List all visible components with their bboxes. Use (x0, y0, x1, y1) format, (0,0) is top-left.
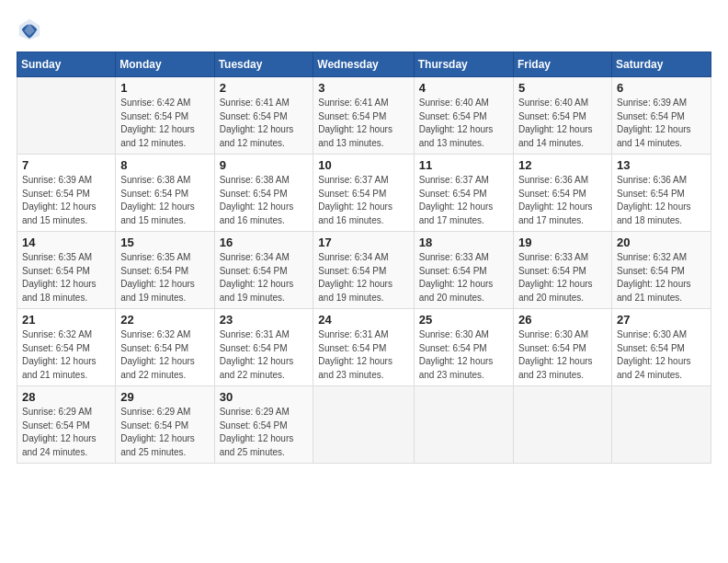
calendar-day-cell: 23Sunrise: 6:31 AM Sunset: 6:54 PM Dayli… (214, 309, 313, 386)
calendar-day-cell: 30Sunrise: 6:29 AM Sunset: 6:54 PM Dayli… (214, 386, 313, 464)
day-number: 27 (617, 313, 706, 327)
day-number: 7 (22, 158, 110, 172)
day-number: 28 (22, 390, 110, 404)
day-info: Sunrise: 6:37 AM Sunset: 6:54 PM Dayligh… (318, 174, 408, 227)
calendar-header-cell: Tuesday (214, 52, 313, 77)
day-info: Sunrise: 6:31 AM Sunset: 6:54 PM Dayligh… (220, 328, 309, 382)
calendar-day-cell (611, 386, 711, 464)
day-info: Sunrise: 6:33 AM Sunset: 6:54 PM Dayligh… (419, 251, 508, 304)
calendar-day-cell (17, 77, 116, 155)
day-info: Sunrise: 6:39 AM Sunset: 6:54 PM Dayligh… (22, 174, 110, 227)
calendar-day-cell: 27Sunrise: 6:30 AM Sunset: 6:54 PM Dayli… (611, 309, 711, 386)
day-number: 13 (617, 158, 706, 172)
calendar-day-cell: 14Sunrise: 6:35 AM Sunset: 6:54 PM Dayli… (17, 232, 116, 309)
day-number: 4 (419, 81, 508, 95)
day-number: 11 (419, 158, 508, 172)
header (17, 17, 711, 42)
day-number: 26 (518, 313, 607, 327)
page: SundayMondayTuesdayWednesdayThursdayFrid… (0, 0, 728, 480)
day-number: 18 (419, 236, 508, 249)
calendar-day-cell: 29Sunrise: 6:29 AM Sunset: 6:54 PM Dayli… (116, 386, 214, 464)
day-number: 14 (22, 236, 110, 249)
calendar-day-cell: 11Sunrise: 6:37 AM Sunset: 6:54 PM Dayli… (414, 155, 513, 232)
day-number: 19 (518, 236, 607, 249)
day-info: Sunrise: 6:38 AM Sunset: 6:54 PM Dayligh… (220, 174, 309, 227)
day-info: Sunrise: 6:40 AM Sunset: 6:54 PM Dayligh… (518, 97, 607, 150)
calendar-day-cell: 28Sunrise: 6:29 AM Sunset: 6:54 PM Dayli… (17, 386, 116, 464)
day-number: 20 (617, 236, 706, 249)
day-info: Sunrise: 6:36 AM Sunset: 6:54 PM Dayligh… (617, 174, 706, 227)
day-number: 10 (318, 158, 408, 172)
calendar-day-cell: 12Sunrise: 6:36 AM Sunset: 6:54 PM Dayli… (513, 155, 611, 232)
day-number: 8 (120, 158, 209, 172)
day-number: 2 (220, 81, 309, 95)
day-info: Sunrise: 6:30 AM Sunset: 6:54 PM Dayligh… (518, 328, 607, 382)
day-info: Sunrise: 6:35 AM Sunset: 6:54 PM Dayligh… (120, 251, 209, 304)
day-info: Sunrise: 6:31 AM Sunset: 6:54 PM Dayligh… (318, 328, 408, 382)
calendar-day-cell (513, 386, 611, 464)
calendar-header-cell: Monday (116, 52, 214, 77)
day-number: 5 (518, 81, 607, 95)
day-number: 23 (220, 313, 309, 327)
calendar-day-cell: 7Sunrise: 6:39 AM Sunset: 6:54 PM Daylig… (17, 155, 116, 232)
calendar-body: 1Sunrise: 6:42 AM Sunset: 6:54 PM Daylig… (17, 77, 711, 464)
calendar-day-cell: 17Sunrise: 6:34 AM Sunset: 6:54 PM Dayli… (313, 232, 414, 309)
calendar-week-row: 14Sunrise: 6:35 AM Sunset: 6:54 PM Dayli… (17, 232, 711, 309)
calendar-day-cell: 10Sunrise: 6:37 AM Sunset: 6:54 PM Dayli… (313, 155, 414, 232)
calendar-day-cell: 4Sunrise: 6:40 AM Sunset: 6:54 PM Daylig… (414, 77, 513, 155)
day-info: Sunrise: 6:39 AM Sunset: 6:54 PM Dayligh… (617, 97, 706, 150)
day-number: 3 (318, 81, 408, 95)
day-info: Sunrise: 6:32 AM Sunset: 6:54 PM Dayligh… (617, 251, 706, 304)
day-info: Sunrise: 6:36 AM Sunset: 6:54 PM Dayligh… (518, 174, 607, 227)
day-info: Sunrise: 6:30 AM Sunset: 6:54 PM Dayligh… (419, 328, 508, 382)
day-number: 17 (318, 236, 408, 249)
day-info: Sunrise: 6:35 AM Sunset: 6:54 PM Dayligh… (22, 251, 110, 304)
calendar-week-row: 28Sunrise: 6:29 AM Sunset: 6:54 PM Dayli… (17, 386, 711, 464)
calendar-header-cell: Sunday (17, 52, 116, 77)
calendar-header-cell: Friday (513, 52, 611, 77)
day-number: 30 (220, 390, 309, 404)
calendar-day-cell: 16Sunrise: 6:34 AM Sunset: 6:54 PM Dayli… (214, 232, 313, 309)
day-info: Sunrise: 6:33 AM Sunset: 6:54 PM Dayligh… (518, 251, 607, 304)
day-number: 22 (120, 313, 209, 327)
logo-area (17, 17, 46, 42)
day-info: Sunrise: 6:29 AM Sunset: 6:54 PM Dayligh… (22, 406, 110, 459)
calendar-day-cell (313, 386, 414, 464)
day-info: Sunrise: 6:41 AM Sunset: 6:54 PM Dayligh… (220, 97, 309, 150)
calendar-week-row: 1Sunrise: 6:42 AM Sunset: 6:54 PM Daylig… (17, 77, 711, 155)
calendar-day-cell: 8Sunrise: 6:38 AM Sunset: 6:54 PM Daylig… (116, 155, 214, 232)
calendar-day-cell: 5Sunrise: 6:40 AM Sunset: 6:54 PM Daylig… (513, 77, 611, 155)
calendar-day-cell: 18Sunrise: 6:33 AM Sunset: 6:54 PM Dayli… (414, 232, 513, 309)
calendar-day-cell: 24Sunrise: 6:31 AM Sunset: 6:54 PM Dayli… (313, 309, 414, 386)
calendar-header-cell: Thursday (414, 52, 513, 77)
day-number: 29 (120, 390, 209, 404)
calendar-week-row: 7Sunrise: 6:39 AM Sunset: 6:54 PM Daylig… (17, 155, 711, 232)
day-info: Sunrise: 6:41 AM Sunset: 6:54 PM Dayligh… (318, 97, 408, 150)
day-number: 9 (220, 158, 309, 172)
day-info: Sunrise: 6:34 AM Sunset: 6:54 PM Dayligh… (318, 251, 408, 304)
calendar-day-cell: 15Sunrise: 6:35 AM Sunset: 6:54 PM Dayli… (116, 232, 214, 309)
day-info: Sunrise: 6:30 AM Sunset: 6:54 PM Dayligh… (617, 328, 706, 382)
day-info: Sunrise: 6:29 AM Sunset: 6:54 PM Dayligh… (120, 406, 209, 459)
day-number: 25 (419, 313, 508, 327)
day-info: Sunrise: 6:38 AM Sunset: 6:54 PM Dayligh… (120, 174, 209, 227)
day-info: Sunrise: 6:42 AM Sunset: 6:54 PM Dayligh… (120, 97, 209, 150)
calendar-header: SundayMondayTuesdayWednesdayThursdayFrid… (17, 52, 711, 77)
day-number: 15 (120, 236, 209, 249)
calendar-table: SundayMondayTuesdayWednesdayThursdayFrid… (17, 52, 711, 464)
day-info: Sunrise: 6:34 AM Sunset: 6:54 PM Dayligh… (220, 251, 309, 304)
day-number: 16 (220, 236, 309, 249)
calendar-day-cell: 13Sunrise: 6:36 AM Sunset: 6:54 PM Dayli… (611, 155, 711, 232)
day-info: Sunrise: 6:37 AM Sunset: 6:54 PM Dayligh… (419, 174, 508, 227)
calendar-day-cell (414, 386, 513, 464)
calendar-header-cell: Saturday (611, 52, 711, 77)
calendar-day-cell: 21Sunrise: 6:32 AM Sunset: 6:54 PM Dayli… (17, 309, 116, 386)
day-number: 6 (617, 81, 706, 95)
day-info: Sunrise: 6:29 AM Sunset: 6:54 PM Dayligh… (220, 406, 309, 459)
day-info: Sunrise: 6:40 AM Sunset: 6:54 PM Dayligh… (419, 97, 508, 150)
calendar-day-cell: 22Sunrise: 6:32 AM Sunset: 6:54 PM Dayli… (116, 309, 214, 386)
day-info: Sunrise: 6:32 AM Sunset: 6:54 PM Dayligh… (120, 328, 209, 382)
calendar-day-cell: 19Sunrise: 6:33 AM Sunset: 6:54 PM Dayli… (513, 232, 611, 309)
calendar-day-cell: 6Sunrise: 6:39 AM Sunset: 6:54 PM Daylig… (611, 77, 711, 155)
calendar-week-row: 21Sunrise: 6:32 AM Sunset: 6:54 PM Dayli… (17, 309, 711, 386)
